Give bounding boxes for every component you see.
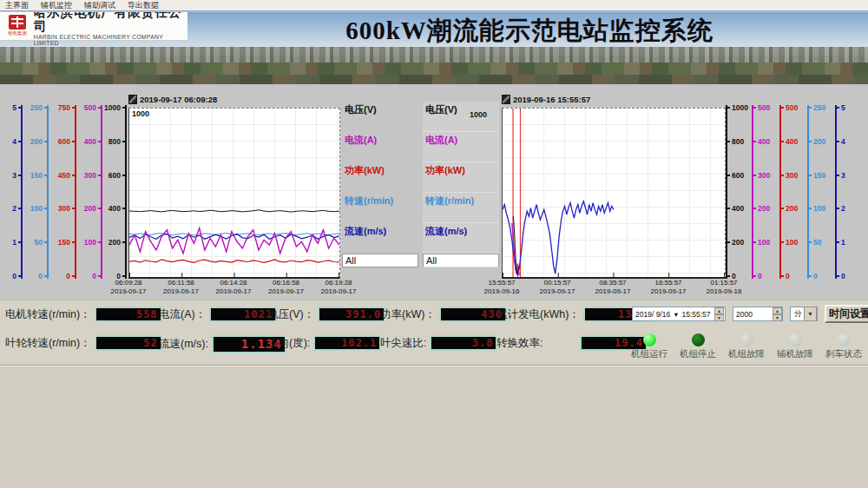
- axis-tick-label: 750: [58, 103, 70, 112]
- readout-cell: 电机转速(r/min)：558: [5, 307, 162, 322]
- axis-tick-label: 50: [35, 238, 43, 247]
- readout-cell: 流向(度):102.1: [267, 335, 381, 351]
- axis-tick-label: 5: [12, 103, 16, 112]
- axis-tick-label: 800: [108, 137, 121, 146]
- legend-item[interactable]: 电流(A): [423, 132, 499, 162]
- duration-spinner[interactable]: ▲▼: [773, 307, 782, 320]
- legend-item[interactable]: All: [423, 254, 499, 267]
- chart-band: 5432102502001501005007506004503001500500…: [0, 84, 868, 300]
- readout-label: 功率(kW)：: [380, 307, 436, 322]
- axis-tick-label: 3: [12, 171, 16, 180]
- axis-tick-label: 200: [84, 204, 96, 213]
- legend-item[interactable]: 电压(V): [423, 102, 499, 132]
- axis-tick-label: 1: [841, 238, 845, 247]
- chart-timestamp: 2019-09-17 06:09:28: [140, 95, 217, 104]
- readout-cell: 电压(V)：391.0: [267, 307, 385, 322]
- axis-tick-label: 150: [813, 171, 825, 180]
- x-tick-label: 06:09:282019-09-17: [111, 279, 147, 297]
- readout-label: 电压(V)：: [267, 307, 314, 322]
- x-tick-label: 06:14:282019-09-17: [216, 279, 252, 297]
- chevron-down-icon[interactable]: ▾: [674, 310, 678, 319]
- datetime-picker[interactable]: 2019/ 9/16 ▾ 15:55:57 ▲▼: [632, 307, 726, 321]
- legend-item[interactable]: 功率(kW): [342, 162, 418, 193]
- status-indicators: 机组运行机组停止机组故障辅机故障刹车状态: [625, 333, 866, 363]
- axis-tick-label: 300: [58, 204, 70, 213]
- legend-item[interactable]: All: [342, 254, 418, 267]
- indicator-label: 辅机故障: [771, 348, 819, 360]
- right-chart-y-axes: 1000800600400200050040030020010005004003…: [726, 108, 858, 276]
- y-axis: 543210: [835, 108, 858, 276]
- legend-item[interactable]: 功率(kW): [423, 162, 499, 193]
- readout-cell: 功率(kW)：430: [380, 307, 507, 322]
- indicator-lamp: [643, 333, 656, 346]
- axis-tick-label: 200: [108, 238, 121, 247]
- duration-input[interactable]: 2000 ▲▼: [733, 307, 783, 321]
- control-band: 可控整流 设定电机转速(r/min)： 0 确 定 机组 手动 自动 不可控整流…: [0, 365, 868, 488]
- indicator-on: 机组运行: [625, 333, 674, 360]
- readout-label: 流速(m/s):: [159, 337, 208, 352]
- axis-tick-label: 100: [813, 204, 825, 213]
- axis-tick-label: 1: [12, 238, 16, 247]
- plot-max-label: 1000: [470, 110, 487, 119]
- led-display: 558: [95, 307, 162, 322]
- y-axis: 10008006004002000: [726, 108, 752, 276]
- x-tick-label: 06:11:582019-09-17: [163, 279, 199, 297]
- indicator-lamp: [838, 333, 851, 346]
- right-plot-area[interactable]: 1000: [502, 108, 726, 279]
- left-plot-area[interactable]: 1000: [128, 108, 340, 279]
- menu-item[interactable]: 辅助调试: [84, 0, 115, 11]
- x-tick-label: 06:16:582019-09-17: [268, 279, 304, 297]
- chevron-down-icon[interactable]: ▼: [804, 307, 817, 321]
- axis-tick-label: 100: [30, 204, 43, 213]
- trend-tool-icon[interactable]: [128, 95, 137, 104]
- axis-tick-label: 2: [841, 204, 845, 213]
- readout-row-2: 叶轮转速(r/min)：52流速(m/s):1.134流向(度):102.1叶尖…: [0, 335, 632, 354]
- axis-tick-label: 200: [732, 238, 744, 247]
- time-spinner[interactable]: ▲▼: [714, 307, 724, 320]
- company-name-cn: 哈尔滨电机厂有限责任公司: [34, 12, 187, 34]
- right-chart-legend: 电压(V)电流(A)功率(kW)转速(r/min)流速(m/s)All: [423, 102, 499, 267]
- series-流速: [503, 201, 614, 275]
- menu-item[interactable]: 辅机监控: [41, 0, 72, 11]
- legend-item[interactable]: 转速(r/min): [423, 193, 499, 223]
- axis-tick-label: 100: [786, 238, 798, 247]
- legend-item[interactable]: 电流(A): [342, 132, 418, 162]
- y-axis: 250200150100500: [23, 108, 49, 276]
- time-set-button[interactable]: 时间设置: [825, 305, 868, 323]
- axis-tick-label: 600: [58, 137, 70, 146]
- axis-tick-label: 0: [813, 272, 818, 280]
- axis-tick-label: 2: [12, 204, 16, 213]
- menu-item[interactable]: 导出数据: [128, 0, 159, 11]
- readout-cell: 叶轮转速(r/min)：52: [5, 335, 162, 351]
- legend-item[interactable]: 电压(V): [342, 102, 418, 132]
- readout-label: 转换效率:: [496, 336, 576, 351]
- indicator-label: 机组故障: [722, 348, 771, 360]
- menu-bar: 主界面辅机监控辅助调试导出数据: [0, 0, 868, 11]
- led-display: 102.1: [313, 335, 381, 351]
- menu-item[interactable]: 主界面: [5, 0, 29, 11]
- legend-item[interactable]: 流速(m/s): [342, 223, 418, 254]
- legend-item[interactable]: 转速(r/min): [342, 193, 418, 223]
- company-logo-icon: 哈电集团: [7, 15, 29, 37]
- y-axis: 5004003002001000: [779, 108, 807, 276]
- axis-tick-label: 200: [786, 204, 798, 213]
- panorama-foreground: [0, 75, 868, 84]
- axis-tick-label: 0: [786, 272, 790, 280]
- trend-tool-icon[interactable]: [502, 95, 510, 104]
- axis-tick-label: 200: [758, 204, 770, 213]
- axis-tick-label: 0: [732, 272, 736, 280]
- readout-label: 叶轮转速(r/min)：: [5, 336, 91, 351]
- x-tick-label: 01:15:572019-09-18: [707, 279, 742, 297]
- indicator-lamp: [740, 333, 753, 346]
- axis-tick-label: 4: [12, 137, 16, 146]
- axis-tick-label: 0: [66, 272, 70, 280]
- panorama-photo: 哈电集团 哈尔滨电机厂有限责任公司 HARBIN ELECTRIC MACHIN…: [0, 12, 868, 85]
- axis-tick-label: 400: [108, 204, 121, 213]
- readout-label: 电流(A)：: [159, 307, 206, 322]
- readout-cell: 累计发电(kWh)：1349: [496, 307, 651, 322]
- legend-item[interactable]: 流速(m/s): [423, 223, 499, 254]
- unit-select[interactable]: 分 ▼: [790, 307, 818, 321]
- led-display: 391.0: [318, 307, 385, 322]
- time-controls: 2019/ 9/16 ▾ 15:55:57 ▲▼ 2000 ▲▼ 分 ▼ 时间设…: [632, 305, 868, 323]
- axis-tick-label: 0: [12, 272, 16, 280]
